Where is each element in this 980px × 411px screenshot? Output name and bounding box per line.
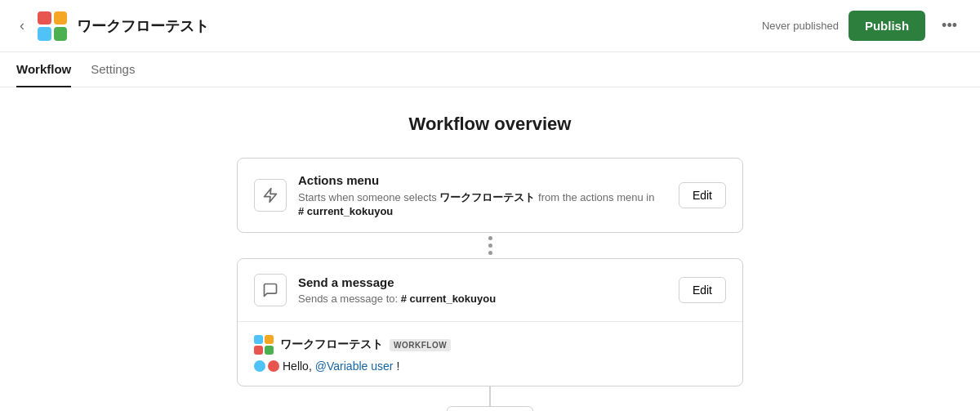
actions-menu-desc: Starts when someone selects ワークフローテスト fr… xyxy=(298,190,667,217)
line-connector xyxy=(489,386,491,406)
send-message-channel: # current_kokuyou xyxy=(401,293,496,305)
back-icon: ‹ xyxy=(20,17,24,34)
message-app-logo xyxy=(254,335,274,355)
main-content: Workflow overview Actions menu Starts wh… xyxy=(0,87,980,411)
send-message-desc-prefix: Sends a message to: xyxy=(298,293,398,305)
actions-menu-desc-prefix: Starts when someone selects xyxy=(298,191,437,203)
send-message-title: Send a message xyxy=(298,275,667,289)
actions-menu-card-row: Actions menu Starts when someone selects… xyxy=(238,159,742,232)
svg-marker-0 xyxy=(265,189,277,203)
connector-dots-1 xyxy=(488,236,492,255)
logo-dot-blue xyxy=(38,27,51,41)
add-step-section: Add step xyxy=(447,406,532,411)
actions-menu-icon xyxy=(254,179,287,212)
message-body: Hello, @Variable user ! xyxy=(254,360,726,373)
send-message-card-row: Send a message Sends a message to: # cur… xyxy=(238,259,742,321)
send-message-edit-button[interactable]: Edit xyxy=(679,277,726,303)
connector-dot-1 xyxy=(488,236,492,240)
actions-menu-card: Actions menu Starts when someone selects… xyxy=(237,158,743,233)
add-step-button[interactable]: Add step xyxy=(447,406,532,411)
workflow-badge: WORKFLOW xyxy=(390,339,451,351)
workflow-container: Actions menu Starts when someone selects… xyxy=(237,158,743,411)
header-right: Never published Publish ••• xyxy=(762,11,964,41)
send-message-content: Send a message Sends a message to: # cur… xyxy=(298,275,667,305)
message-body-icons xyxy=(254,360,279,372)
connector-dot-2 xyxy=(488,243,492,248)
app-title: ワークフローテスト xyxy=(77,16,209,36)
msg-logo-dot-orange xyxy=(265,335,274,344)
header: ‹ ワークフローテスト Never published Publish ••• xyxy=(0,0,980,52)
logo-dot-green xyxy=(54,27,68,41)
app-logo xyxy=(38,11,67,41)
header-left: ‹ ワークフローテスト xyxy=(16,11,209,41)
msg-logo-dot-red xyxy=(254,346,263,355)
send-message-card: Send a message Sends a message to: # cur… xyxy=(237,258,743,386)
actions-menu-desc-suffix: from the actions menu in xyxy=(538,191,654,203)
logo-dot-red xyxy=(38,11,51,25)
connector-line xyxy=(489,386,491,406)
actions-menu-app-name: ワークフローテスト xyxy=(439,191,535,203)
message-body-prefix: Hello, xyxy=(283,360,312,373)
more-options-button[interactable]: ••• xyxy=(935,14,964,38)
msg-body-icon-red xyxy=(268,360,279,372)
actions-menu-channel: # current_kokuyou xyxy=(298,205,393,217)
page-title: Workflow overview xyxy=(409,114,572,135)
tabs: Workflow Settings xyxy=(0,52,980,87)
actions-menu-title: Actions menu xyxy=(298,173,667,187)
logo-dot-orange xyxy=(54,11,68,25)
tab-workflow[interactable]: Workflow xyxy=(16,52,71,87)
message-body-suffix: ! xyxy=(396,360,399,373)
publish-button[interactable]: Publish xyxy=(849,11,925,41)
msg-body-icon-blue xyxy=(254,360,265,372)
msg-logo-dot-green xyxy=(265,346,274,355)
actions-menu-edit-button[interactable]: Edit xyxy=(679,182,726,208)
send-message-icon xyxy=(254,274,287,306)
publish-status: Never published xyxy=(762,20,839,32)
actions-menu-content: Actions menu Starts when someone selects… xyxy=(298,173,667,217)
send-message-desc: Sends a message to: # current_kokuyou xyxy=(298,293,667,305)
more-icon: ••• xyxy=(942,17,957,34)
variable-user: @Variable user xyxy=(315,360,394,373)
connector-dot-3 xyxy=(488,251,492,255)
msg-logo-dot-blue xyxy=(254,335,263,344)
message-preview: ワークフローテスト WORKFLOW Hello, @Variable user… xyxy=(238,322,742,386)
message-preview-header: ワークフローテスト WORKFLOW xyxy=(254,335,726,355)
back-button[interactable]: ‹ xyxy=(16,14,28,38)
message-app-name: ワークフローテスト xyxy=(280,337,383,352)
tab-settings[interactable]: Settings xyxy=(91,52,135,87)
